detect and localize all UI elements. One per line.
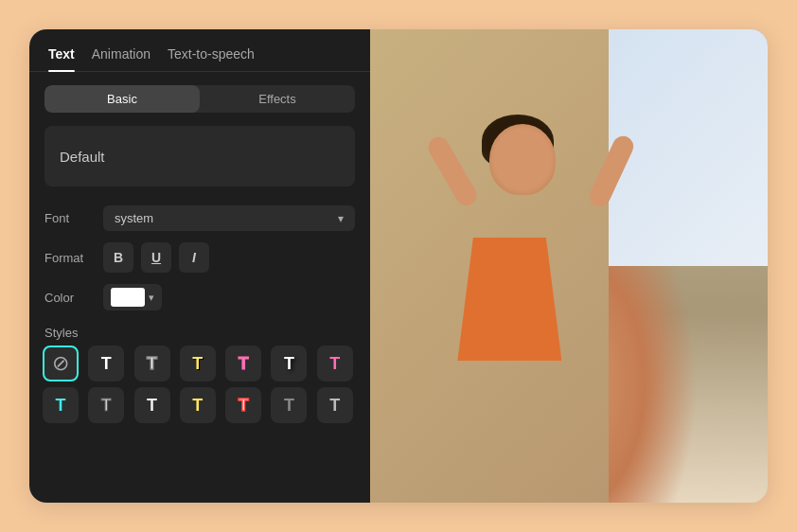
t-icon: T: [329, 354, 340, 374]
chevron-down-icon: ▾: [338, 212, 344, 225]
t-icon: T: [284, 354, 294, 374]
default-label: Default: [60, 149, 105, 165]
tab-animation[interactable]: Animation: [92, 46, 151, 71]
font-label: Font: [44, 211, 94, 225]
tab-text[interactable]: Text: [48, 46, 75, 71]
styles-label: Styles: [29, 316, 370, 346]
style-t1[interactable]: T: [88, 346, 124, 381]
default-text-box: Default: [44, 126, 355, 186]
sub-tabs-bar: Basic Effects: [44, 85, 355, 113]
t-icon: T: [147, 354, 157, 374]
font-row: Font system ▾: [29, 200, 370, 237]
style-t12[interactable]: T: [271, 387, 307, 423]
tab-tts[interactable]: Text-to-speech: [168, 46, 255, 71]
bold-button[interactable]: B: [103, 242, 133, 273]
photo-background: [370, 29, 768, 503]
t-icon: T: [329, 396, 340, 416]
style-t6[interactable]: T: [317, 346, 353, 381]
style-t10[interactable]: T: [180, 387, 216, 423]
color-label: Color: [44, 291, 94, 305]
t-icon: T: [239, 354, 249, 374]
t-icon: T: [239, 396, 249, 416]
color-chevron-icon: ▾: [149, 292, 154, 304]
t-icon: T: [147, 396, 157, 416]
font-select[interactable]: system ▾: [103, 205, 355, 231]
style-t9[interactable]: T: [134, 387, 170, 423]
style-none[interactable]: ⊘: [43, 346, 79, 381]
style-t3[interactable]: T: [180, 346, 216, 381]
italic-button[interactable]: I: [179, 242, 209, 273]
t-icon: T: [101, 396, 112, 416]
t-icon: T: [192, 354, 203, 374]
main-card: Text Animation Text-to-speech Basic Effe…: [29, 29, 768, 503]
color-row: Color ▾: [29, 278, 370, 316]
person-head: [489, 124, 556, 195]
t-icon: T: [101, 354, 112, 374]
style-t5[interactable]: T: [271, 346, 307, 381]
t-icon: T: [284, 396, 294, 416]
style-t4[interactable]: T: [225, 346, 261, 381]
format-label: Format: [44, 251, 94, 265]
right-panel: [370, 29, 768, 503]
sub-tab-effects[interactable]: Effects: [200, 85, 355, 113]
sub-tab-basic[interactable]: Basic: [44, 85, 200, 113]
style-t13[interactable]: T: [317, 387, 353, 423]
person-body: [457, 238, 561, 361]
t-icon: T: [192, 396, 203, 416]
color-swatch: [111, 288, 145, 307]
style-t8[interactable]: T: [88, 387, 124, 423]
styles-grid: ⊘ T T T T T T T T: [29, 346, 370, 433]
style-t11[interactable]: T: [225, 387, 261, 423]
underline-button[interactable]: U: [141, 242, 171, 273]
color-picker[interactable]: ▾: [103, 284, 162, 310]
no-style-icon: ⊘: [52, 351, 69, 376]
font-value: system: [115, 211, 153, 225]
format-row: Format B U I: [29, 237, 370, 278]
format-buttons: B U I: [103, 242, 209, 273]
style-t2[interactable]: T: [134, 346, 170, 381]
style-t7[interactable]: T: [43, 387, 79, 423]
left-panel: Text Animation Text-to-speech Basic Effe…: [29, 29, 370, 503]
tabs-bar: Text Animation Text-to-speech: [29, 29, 370, 72]
t-icon: T: [56, 396, 66, 416]
